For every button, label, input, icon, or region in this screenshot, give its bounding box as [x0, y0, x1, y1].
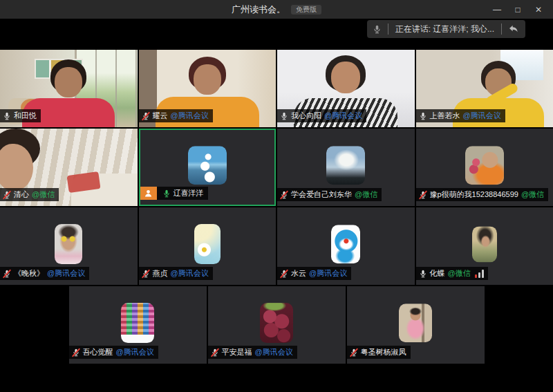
mic-muted-icon — [3, 269, 11, 279]
name-label: 化蝶@微信 — [416, 267, 488, 280]
avatar-daisy-against-sky — [194, 224, 221, 264]
name-label: 耀云@腾讯会议 — [139, 109, 213, 122]
mic-icon[interactable] — [367, 24, 388, 35]
name-label: 《晚秋》@腾讯会议 — [0, 267, 89, 280]
name-label: 平安是福@腾讯会议 — [208, 346, 297, 359]
participant-tile[interactable]: 耀云@腾讯会议 — [139, 50, 276, 127]
mic-muted-icon — [280, 190, 288, 200]
avatar-doraemon-cartoon — [331, 225, 360, 263]
platform-suffix: @腾讯会议 — [463, 111, 501, 121]
name-label: 燕贞@腾讯会议 — [139, 267, 213, 280]
name-label: 学会爱自己刘东华@微信 — [277, 188, 382, 201]
title-bar: 广州读书会。 免费版 — □ ✕ — [0, 0, 553, 19]
mic-muted-icon — [142, 269, 150, 279]
name-label: 水云@腾讯会议 — [277, 267, 351, 280]
avatar-outdoor-portrait — [472, 226, 497, 262]
name-label: 上善若水@腾讯会议 — [416, 109, 505, 122]
participant-tile[interactable]: 平安是福@腾讯会议 — [208, 286, 346, 364]
person-head — [194, 64, 221, 95]
participant-name: 和田悦 — [14, 111, 37, 121]
mic-on-icon — [3, 111, 11, 121]
participant-tile[interactable]: 水云@腾讯会议 — [277, 207, 415, 285]
platform-suffix: @微信 — [32, 189, 55, 200]
maximize-button[interactable]: □ — [507, 0, 528, 19]
participant-name: 吾心觉醒 — [83, 347, 113, 357]
host-badge-icon — [140, 187, 157, 200]
platform-suffix: @腾讯会议 — [47, 268, 85, 279]
participant-tile[interactable]: 《晚秋》@腾讯会议 — [0, 207, 138, 285]
grid-row: 吾心觉醒@腾讯会议 平安是福@腾讯会议 粤圣树杨淑凤 — [0, 286, 553, 364]
grid-row: 和田悦 耀云@腾讯会议 — [0, 50, 553, 127]
avatar-colorful-emoji-mosaic — [121, 303, 154, 343]
name-label: 辽喜洋洋 — [140, 187, 208, 200]
participant-tile[interactable]: 和田悦 — [0, 50, 138, 127]
participant-name: 平安是福 — [222, 347, 252, 357]
participant-name: 清心 — [14, 189, 29, 200]
avatar-raspberries — [260, 303, 293, 343]
participant-name: 化蝶 — [430, 268, 445, 279]
reply-arrow-icon[interactable] — [502, 24, 525, 35]
mic-speaking-icon — [162, 189, 171, 198]
name-label: 我心向阳@腾讯会议 — [277, 109, 366, 122]
mic-muted-icon — [419, 190, 427, 200]
mic-muted-icon — [3, 190, 11, 200]
avatar-woman-in-pink-room — [399, 304, 432, 342]
platform-suffix: @微信 — [448, 268, 471, 279]
participant-tile-active-speaker[interactable]: 辽喜洋洋 — [139, 129, 276, 206]
participant-tile[interactable]: 上善若水@腾讯会议 — [416, 50, 553, 127]
participant-name: 水云 — [291, 268, 306, 279]
participant-tile[interactable]: 我心向阳@腾讯会议 — [277, 50, 415, 127]
participant-name: 上善若水 — [430, 111, 460, 121]
participant-tile[interactable]: 豫p很萌的我15238846599@微信 — [416, 129, 553, 206]
close-button[interactable]: ✕ — [528, 0, 549, 19]
participant-name: 辽喜洋洋 — [174, 188, 204, 198]
name-label: 粤圣树杨淑凤 — [347, 346, 411, 359]
name-label: 豫p很萌的我15238846599@微信 — [416, 188, 549, 201]
video-grid: 和田悦 耀云@腾讯会议 — [0, 50, 553, 364]
participant-tile[interactable]: 燕贞@腾讯会议 — [139, 207, 276, 285]
participant-name: 学会爱自己刘东华 — [291, 189, 352, 200]
participant-name: 耀云 — [153, 111, 168, 121]
minimize-button[interactable]: — — [487, 0, 507, 19]
platform-suffix: @腾讯会议 — [324, 111, 362, 121]
avatar-toddler-with-flowers — [465, 146, 504, 185]
person-head — [55, 67, 82, 97]
participant-name: 燕贞 — [153, 268, 168, 279]
platform-suffix: @微信 — [521, 189, 544, 200]
avatar-portrait-yellow-glasses — [55, 224, 82, 264]
signal-strength-icon — [475, 270, 484, 278]
meeting-window: 广州读书会。 免费版 — □ ✕ 正在讲话: 辽喜洋洋; 我心... — [0, 0, 553, 392]
now-speaking-text: 正在讲话: 辽喜洋洋; 我心... — [388, 24, 501, 35]
participant-tile[interactable]: 化蝶@微信 — [416, 207, 553, 285]
platform-suffix: @腾讯会议 — [116, 347, 154, 357]
participant-name: 粤圣树杨淑凤 — [361, 347, 406, 357]
mic-muted-icon — [142, 111, 150, 121]
platform-suffix: @腾讯会议 — [255, 347, 293, 357]
platform-suffix: @腾讯会议 — [309, 268, 347, 279]
platform-suffix: @微信 — [355, 189, 377, 200]
mic-on-icon — [280, 111, 288, 121]
speaking-indicator-bar: 正在讲话: 辽喜洋洋; 我心... — [367, 20, 525, 38]
mic-muted-icon — [350, 348, 358, 357]
mic-on-icon — [419, 111, 427, 121]
platform-suffix: @腾讯会议 — [171, 111, 209, 121]
name-label: 吾心觉醒@腾讯会议 — [69, 346, 158, 359]
avatar-daisies-over-lake — [188, 146, 227, 185]
mic-muted-icon — [280, 269, 288, 279]
name-label: 清心@微信 — [0, 188, 59, 201]
window-title: 广州读书会。 — [232, 3, 285, 16]
participant-name: 我心向阳 — [291, 111, 321, 121]
participant-tile[interactable]: 学会爱自己刘东华@微信 — [277, 129, 415, 206]
free-version-badge: 免费版 — [291, 5, 321, 15]
participant-name: 豫p很萌的我15238846599 — [430, 189, 518, 200]
mic-on-icon — [419, 269, 427, 279]
participant-tile[interactable]: 吾心觉醒@腾讯会议 — [69, 286, 207, 364]
person-head — [331, 62, 360, 93]
grid-row: 清心@微信 辽喜洋洋 学会爱自己刘东华@微信 — [0, 129, 553, 206]
grid-row: 《晚秋》@腾讯会议 燕贞@腾讯会议 水云@腾讯会议 — [0, 207, 553, 285]
platform-suffix: @腾讯会议 — [171, 268, 209, 279]
avatar-cloud-over-mountain — [326, 146, 365, 185]
participant-tile[interactable]: 清心@微信 — [0, 129, 138, 206]
participant-tile[interactable]: 粤圣树杨淑凤 — [347, 286, 485, 364]
mic-muted-icon — [72, 348, 80, 357]
